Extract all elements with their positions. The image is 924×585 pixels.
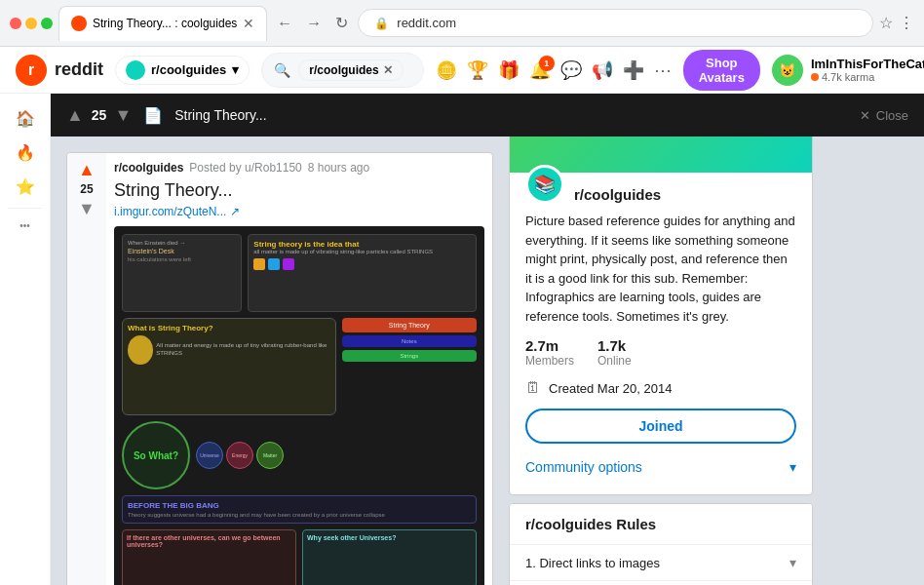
created-text: Created Mar 20, 2014: [549, 381, 672, 396]
home-icon: 🏠: [16, 109, 35, 128]
seek-label: Why seek other Universes?: [307, 534, 472, 541]
notification-badge: 1: [539, 56, 555, 71]
rule-1-text: 1. Direct links to images: [525, 556, 660, 570]
extensions-icon[interactable]: ⋮: [899, 14, 914, 32]
online-count: 1.7k: [597, 337, 632, 354]
karma-value: 4.7k karma: [822, 71, 874, 83]
all-icon: ⭐: [16, 177, 35, 196]
right-sidebar-wrapper: 📚 r/coolguides Picture based reference g…: [509, 109, 813, 585]
search-bar[interactable]: 🔍 r/coolguides ✕: [261, 53, 423, 88]
sidebar-nav-item-1[interactable]: •••: [0, 213, 50, 239]
subreddit-icon: [126, 60, 145, 80]
refresh-btn[interactable]: ↻: [331, 10, 352, 36]
reddit-logo[interactable]: r reddit: [16, 55, 103, 86]
what-is-label: What is String Theory?: [128, 324, 330, 332]
rules-card: r/coolguides Rules 1. Direct links to im…: [509, 503, 813, 585]
user-avatar: 😺: [772, 55, 803, 86]
community-icon: 📚: [525, 165, 564, 204]
user-name: ImInThisForTheCats: [811, 57, 924, 71]
shop-avatars-btn[interactable]: Shop Avatars: [683, 50, 760, 91]
bookmark-icon[interactable]: ☆: [879, 14, 893, 32]
user-info: ImInThisForTheCats 4.7k karma: [811, 57, 924, 83]
created-row: 🗓 Created Mar 20, 2014: [525, 379, 796, 397]
tab-close-btn[interactable]: ✕: [243, 16, 254, 31]
post-title: String Theory...: [114, 180, 484, 201]
post-image: When Einstein died → Einstein's Desk his…: [114, 226, 484, 585]
overlay-post-icon: 📄: [143, 106, 163, 125]
bell-icon[interactable]: 📢: [592, 59, 613, 81]
close-label: Close: [876, 108, 908, 123]
community-description: Picture based reference guides for anyth…: [525, 212, 796, 326]
downvote-btn[interactable]: ▼: [78, 200, 96, 217]
upvote-btn[interactable]: ▲: [78, 161, 96, 178]
tab-favicon: [71, 16, 87, 31]
community-card: 📚 r/coolguides Picture based reference g…: [509, 109, 813, 495]
search-tag-label: r/coolguides: [309, 63, 378, 77]
tab-title: String Theory... : coolguides: [93, 17, 237, 30]
karma-display: 4.7k karma: [811, 71, 924, 83]
overlay-vote-count: 25: [92, 107, 107, 123]
community-name-row: 📚 r/coolguides: [525, 184, 796, 204]
forward-btn[interactable]: →: [302, 11, 326, 36]
overlay-post-title: String Theory...: [174, 107, 848, 123]
online-label: Online: [597, 354, 632, 368]
vote-column: ▲ 25 ▼: [67, 153, 106, 585]
notification-icon[interactable]: 🔔 1: [529, 59, 551, 81]
browser-chrome: String Theory... : coolguides ✕ ← → ↻ 🔒 …: [0, 0, 924, 47]
big-bang-label: BEFORE THE BIG BANG: [128, 501, 471, 510]
post-meta: r/coolguides Posted by u/Rob1150 8 hours…: [114, 161, 484, 175]
coin-icon[interactable]: 🪙: [436, 59, 457, 81]
post-link[interactable]: i.imgur.com/zQuteN... ↗: [114, 205, 484, 218]
join-btn[interactable]: Joined: [525, 409, 796, 444]
members-count: 2.7m: [525, 337, 574, 354]
so-what-label: So What?: [134, 450, 178, 461]
post-card: ▲ 25 ▼ r/coolguides Posted by u/Rob1150 …: [66, 152, 493, 585]
content-area: ▲ 25 ▼ r/coolguides Posted by u/Rob1150 …: [51, 94, 924, 585]
community-options-chevron: ▾: [789, 459, 796, 475]
overlay-close-btn[interactable]: ✕ Close: [860, 108, 908, 123]
post-content-area: r/coolguides Posted by u/Rob1150 8 hours…: [106, 153, 492, 585]
subreddit-name: r/coolguides: [151, 62, 226, 77]
sidebar-nav-all[interactable]: ⭐: [0, 170, 50, 204]
community-stats: 2.7m Members 1.7k Online: [525, 337, 796, 368]
user-area[interactable]: 😺 ImInThisForTheCats 4.7k karma ▾: [772, 55, 924, 86]
address-text: reddit.com: [397, 16, 456, 30]
reddit-header: r reddit r/coolguides ▾ 🔍 r/coolguides ✕…: [0, 47, 924, 94]
header-icons: 🪙 🏆 🎁 🔔 1 💬 📢 ➕ ⋯: [436, 59, 672, 81]
post-subreddit[interactable]: r/coolguides: [114, 161, 183, 175]
plus-icon[interactable]: ➕: [623, 59, 644, 81]
trophy-icon[interactable]: 🏆: [467, 59, 488, 81]
chevron-down-icon: ▾: [232, 62, 239, 77]
popular-icon: 🔥: [16, 143, 35, 162]
address-bar[interactable]: 🔒 reddit.com: [358, 9, 873, 37]
rule-item-2[interactable]: 2. Infographics will be removed ▾: [510, 581, 812, 585]
external-link-icon: ↗: [230, 205, 240, 218]
community-options-label: Community options: [525, 459, 642, 475]
main-container: 🏠 🔥 ⭐ ••• ▲ 25 ▼ 📄 String Theory... ✕ Cl…: [0, 94, 924, 585]
community-name: r/coolguides: [574, 186, 661, 203]
search-tag-remove[interactable]: ✕: [383, 63, 393, 77]
overlay-upvote-btn[interactable]: ▲: [66, 105, 84, 126]
search-icon: 🔍: [274, 62, 290, 78]
overlay-downvote-btn[interactable]: ▼: [114, 105, 132, 126]
community-options-btn[interactable]: Community options ▾: [525, 451, 796, 483]
karma-icon: [811, 73, 819, 81]
post-time: 8 hours ago: [308, 161, 369, 175]
browser-actions: ☆ ⋮: [879, 14, 914, 32]
overlay-vote-section: ▲ 25 ▼: [66, 105, 132, 126]
sidebar-nav-popular[interactable]: 🔥: [0, 136, 50, 170]
more-icon[interactable]: ⋯: [654, 59, 672, 81]
gift-icon[interactable]: 🎁: [498, 59, 520, 81]
subreddit-pill[interactable]: r/coolguides ▾: [115, 56, 250, 85]
rule-item-1[interactable]: 1. Direct links to images ▾: [510, 545, 812, 581]
browser-tab[interactable]: String Theory... : coolguides ✕: [58, 6, 267, 41]
string-theory-bubble: String Theory: [342, 318, 477, 332]
back-btn[interactable]: ←: [273, 11, 296, 36]
rules-header: r/coolguides Rules: [510, 504, 812, 545]
sidebar-nav-home[interactable]: 🏠: [0, 101, 50, 136]
einstein-desk-label: Einstein's Desk: [128, 248, 236, 254]
chat-icon[interactable]: 💬: [560, 59, 582, 81]
reddit-icon: r: [16, 55, 47, 86]
post-link-text: i.imgur.com/zQuteN...: [114, 205, 226, 218]
other-universes-label: If there are other universes, can we go …: [127, 534, 291, 548]
